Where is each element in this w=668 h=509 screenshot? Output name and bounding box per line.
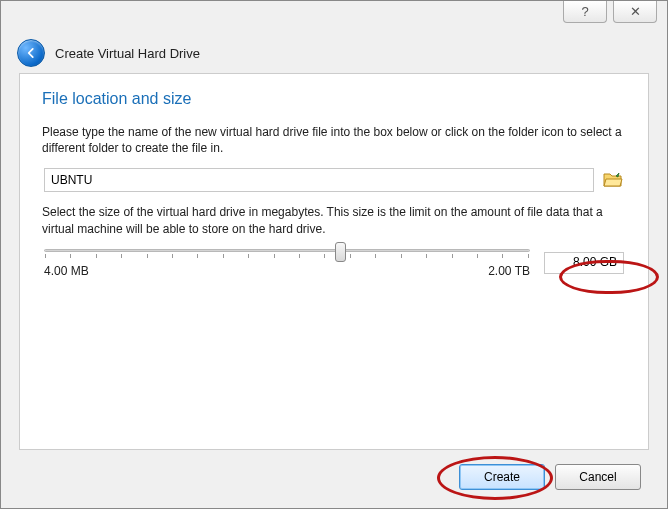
size-slider[interactable]: [44, 249, 530, 252]
content-panel: File location and size Please type the n…: [19, 73, 649, 450]
file-name-input[interactable]: [44, 168, 594, 192]
size-value-display[interactable]: 8.00 GB: [544, 252, 624, 274]
help-icon: ?: [581, 4, 588, 19]
browse-folder-button[interactable]: [602, 170, 624, 190]
cancel-button[interactable]: Cancel: [555, 464, 641, 490]
create-button[interactable]: Create: [459, 464, 545, 490]
slider-ticks: [44, 254, 530, 258]
close-icon: ✕: [630, 4, 641, 19]
window-title: Create Virtual Hard Drive: [55, 46, 200, 61]
size-description: Select the size of the virtual hard driv…: [42, 204, 626, 236]
slider-max-label: 2.00 TB: [488, 264, 530, 278]
back-button[interactable]: [17, 39, 45, 67]
section-title: File location and size: [42, 90, 626, 108]
slider-thumb[interactable]: [335, 242, 346, 262]
file-description: Please type the name of the new virtual …: [42, 124, 626, 156]
folder-icon: [603, 171, 623, 189]
help-button[interactable]: ?: [563, 1, 607, 23]
slider-min-label: 4.00 MB: [44, 264, 89, 278]
close-button[interactable]: ✕: [613, 1, 657, 23]
back-arrow-icon: [24, 46, 38, 60]
